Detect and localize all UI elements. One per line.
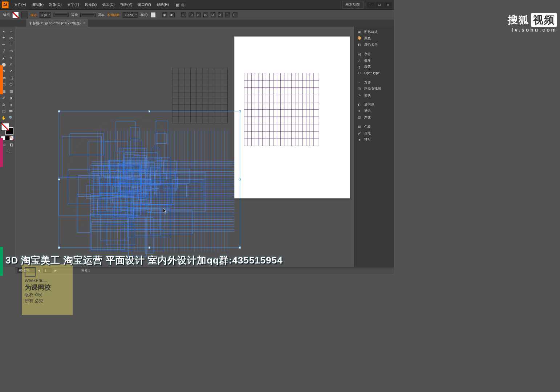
align-hcenter-icon[interactable]: ⫎ [189, 12, 194, 17]
opacity-label: 不透明度: [107, 13, 120, 17]
none-mode-icon[interactable] [10, 136, 13, 140]
free-transform-tool[interactable]: ⬚ [8, 75, 14, 81]
workspace-switcher[interactable]: 基本功能 [342, 1, 364, 9]
globe-icon[interactable]: ◉ [163, 12, 167, 17]
panel-transform[interactable]: ⇅变换 [356, 92, 393, 98]
tab-close-icon[interactable]: × [83, 21, 85, 26]
selection-tool[interactable]: ▴ [1, 28, 7, 34]
panel-transparency[interactable]: ◐透明度 [356, 101, 393, 108]
profile-label-2: 基本 [98, 12, 105, 17]
zoom-tool[interactable]: 🔍 [8, 115, 14, 121]
panel-symbols[interactable]: ♣符号 [356, 136, 393, 143]
panel-paragraph[interactable]: ¶段落 [356, 64, 393, 70]
panel-dock: ▣图形样式 🎨颜色 ◧颜色参考 A|字符 A变形 ¶段落 OOpenType ≡… [354, 27, 394, 267]
scale-tool[interactable]: ⤢ [8, 68, 14, 74]
menu-edit[interactable]: 编辑(E) [29, 1, 46, 9]
slice-tool[interactable]: ✀ [8, 108, 14, 114]
transform-panel-icon: ⇅ [357, 93, 362, 97]
selection-bbox[interactable] [59, 111, 240, 248]
warp-icon: A [357, 58, 362, 62]
pen-tool[interactable]: ✒ [1, 41, 7, 48]
canvas-area[interactable] [15, 27, 354, 267]
menu-file[interactable]: 文件(F) [12, 1, 28, 9]
gradient-panel-icon: ▥ [357, 115, 362, 119]
menu-window[interactable]: 窗口(W) [135, 1, 154, 9]
gradient-tool[interactable]: ▥ [8, 88, 14, 94]
layout-icon[interactable]: ⊞ [181, 2, 186, 7]
align-right-icon[interactable]: ⫏ [196, 12, 201, 17]
panel-opentype[interactable]: OOpenType [356, 70, 393, 76]
distribute-icon[interactable]: ⋮ [225, 12, 230, 17]
panel-swatches[interactable]: ▦色板 [356, 123, 393, 130]
direct-selection-tool[interactable]: ▵ [8, 28, 14, 34]
panel-graphic-styles[interactable]: ▣图形样式 [356, 29, 393, 35]
panel-color-guide[interactable]: ◧颜色参考 [356, 41, 393, 48]
profile-label-1: 等比 [71, 12, 78, 17]
graph-tool[interactable]: ⫼ [8, 102, 14, 108]
blend-tool[interactable]: ◗ [8, 95, 14, 101]
stroke-profile-2[interactable] [81, 13, 96, 17]
symbols-icon: ♣ [357, 137, 362, 142]
pathfinder-icon: ◫ [357, 86, 362, 91]
menu-select[interactable]: 选择(S) [82, 1, 99, 9]
align-left-icon[interactable]: ⫍ [182, 12, 186, 17]
menu-object[interactable]: 对象(O) [46, 1, 64, 9]
document-tab[interactable]: 未标题-2* @ 66.67% (CMYK/预览) × [26, 20, 88, 27]
menu-bar: Ai 文件(F) 编辑(E) 对象(O) 文字(T) 选择(S) 效果(C) 视… [0, 0, 394, 10]
os-sidebar-hint [0, 65, 3, 276]
align-icon: ≡ [357, 80, 362, 85]
panel-color[interactable]: 🎨颜色 [356, 35, 393, 41]
panel-character[interactable]: A|字符 [356, 51, 393, 57]
line-tool[interactable]: ╱ [1, 48, 7, 54]
stroke-panel-icon: ≡ [357, 109, 362, 113]
panel-brushes[interactable]: 🖌画笔 [356, 130, 393, 136]
control-bar: 编组 描边 1 pt 等比 基本 不透明度: 100% 样式: ◉ ◐ ⫍ ⫎ … [0, 10, 394, 20]
stroke-weight-input[interactable]: 1 pt [39, 12, 51, 17]
style-swatch[interactable] [150, 12, 156, 17]
cursor-icon [163, 208, 167, 214]
type-tool[interactable]: T [8, 41, 14, 48]
panel-gradient[interactable]: ▥渐变 [356, 114, 393, 121]
window-minimize[interactable]: — [367, 2, 375, 7]
panel-transform-text[interactable]: A变形 [356, 57, 393, 64]
panel-pathfinder[interactable]: ◫路径查找器 [356, 85, 393, 92]
document-tabstrip: 未标题-2* @ 66.67% (CMYK/预览) × [0, 20, 394, 26]
magic-wand-tool[interactable]: ✦ [1, 35, 7, 41]
color-icon: 🎨 [357, 36, 362, 40]
align-top-icon[interactable]: ⫐ [203, 12, 208, 17]
window-close[interactable]: ✕ [384, 2, 392, 7]
graphic-styles-icon: ▣ [357, 30, 362, 34]
document-tab-label: 未标题-2* @ 66.67% (CMYK/预览) [29, 21, 81, 26]
rectangle-tool[interactable]: ▭ [8, 48, 14, 54]
opacity-input[interactable]: 100% [123, 12, 138, 17]
align-bottom-icon[interactable]: ⫒ [218, 12, 223, 17]
menu-effect[interactable]: 效果(C) [100, 1, 117, 9]
menu-view[interactable]: 视图(V) [118, 1, 135, 9]
gradient-mode-icon[interactable] [5, 136, 9, 140]
pencil-tool[interactable]: ✎ [8, 55, 14, 61]
style-label: 样式: [141, 12, 148, 17]
arrange-icon[interactable]: ▦ [175, 2, 180, 7]
artboard-name: 画板 1 [81, 269, 90, 273]
stroke-swatch[interactable] [21, 11, 28, 18]
panel-stroke[interactable]: ≡描边 [356, 108, 393, 114]
menu-type[interactable]: 文字(T) [65, 1, 81, 9]
transparency-icon: ◐ [357, 102, 362, 107]
eraser-tool[interactable]: ◊ [8, 61, 14, 68]
transform-icon[interactable]: ⊡ [233, 12, 238, 17]
draw-mode-icon[interactable]: ◧ [8, 142, 14, 148]
stroke-label: 描边 [31, 13, 37, 17]
panel-align[interactable]: ≡对齐 [356, 79, 393, 86]
lasso-tool[interactable]: ᔕ [8, 35, 14, 41]
perspective-tool[interactable]: ⬠ [8, 82, 14, 88]
video-overlay-text: 3D 淘宝美工 淘宝运营 平面设计 室内外设计加qq群:435515954 [5, 254, 283, 267]
brushes-icon: 🖌 [357, 131, 362, 135]
sohu-video-logo: 搜狐视频 tv.sohu.com [508, 13, 557, 33]
window-maximize[interactable]: ☐ [376, 2, 384, 7]
recolor-icon[interactable]: ◐ [170, 12, 175, 17]
stroke-profile-1[interactable] [54, 13, 69, 17]
paintbrush-tool[interactable]: 🖌 [1, 55, 7, 61]
menu-help[interactable]: 帮助(H) [154, 1, 171, 9]
fill-swatch[interactable] [12, 11, 19, 18]
align-vcenter-icon[interactable]: ⫑ [211, 12, 215, 17]
